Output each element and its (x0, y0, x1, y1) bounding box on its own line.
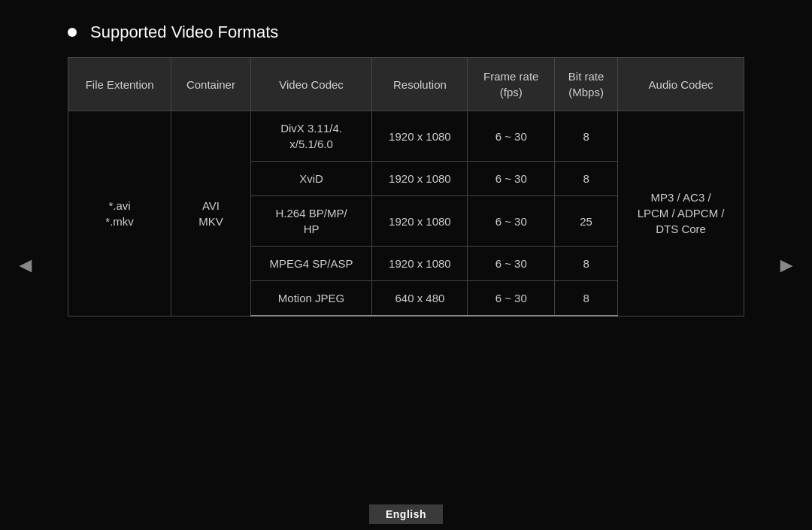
main-content: Supported Video Formats File Extention C… (0, 0, 812, 316)
cell-container: AVIMKV (171, 111, 251, 316)
col-header-resolution: Resolution (372, 58, 468, 111)
cell-resolution: 1920 x 1080 (372, 247, 468, 281)
section-title-text: Supported Video Formats (90, 23, 278, 42)
cell-video-codec: MPEG4 SP/ASP (250, 247, 372, 281)
cell-audio-codec: MP3 / AC3 /LPCM / ADPCM /DTS Core (618, 111, 744, 316)
cell-bit-rate: 8 (555, 162, 618, 196)
cell-bit-rate: 8 (555, 247, 618, 281)
cell-resolution: 1920 x 1080 (372, 196, 468, 247)
col-header-frame-rate: Frame rate(fps) (468, 58, 555, 111)
cell-resolution: 1920 x 1080 (372, 162, 468, 196)
video-formats-table: File Extention Container Video Codec Res… (68, 57, 744, 316)
cell-frame-rate: 6 ~ 30 (468, 111, 555, 162)
cell-bit-rate: 25 (555, 196, 618, 247)
cell-frame-rate: 6 ~ 30 (468, 247, 555, 281)
cell-file-ext: *.avi*.mkv (68, 111, 171, 316)
cell-video-codec: XviD (250, 162, 372, 196)
cell-frame-rate: 6 ~ 30 (468, 281, 555, 316)
col-header-bit-rate: Bit rate(Mbps) (555, 58, 618, 111)
col-header-container: Container (171, 58, 251, 111)
cell-frame-rate: 6 ~ 30 (468, 196, 555, 247)
cell-frame-rate: 6 ~ 30 (468, 162, 555, 196)
col-header-video-codec: Video Codec (250, 58, 372, 111)
table-header-row: File Extention Container Video Codec Res… (68, 58, 744, 111)
col-header-file-ext: File Extention (68, 58, 171, 111)
table-row: *.avi*.mkv AVIMKV DivX 3.11/4.x/5.1/6.0 … (68, 111, 744, 162)
section-title: Supported Video Formats (68, 23, 744, 42)
language-button[interactable]: English (369, 504, 443, 524)
cell-bit-rate: 8 (555, 281, 618, 316)
cell-resolution: 640 x 480 (372, 281, 468, 316)
language-bar: English (0, 504, 812, 530)
cell-video-codec: H.264 BP/MP/HP (250, 196, 372, 247)
cell-resolution: 1920 x 1080 (372, 111, 468, 162)
bullet-icon (68, 28, 77, 37)
cell-video-codec: Motion JPEG (250, 281, 372, 316)
cell-bit-rate: 8 (555, 111, 618, 162)
col-header-audio-codec: Audio Codec (618, 58, 744, 111)
cell-video-codec: DivX 3.11/4.x/5.1/6.0 (250, 111, 372, 162)
nav-arrow-left[interactable]: ◄ (15, 253, 36, 277)
nav-arrow-right[interactable]: ► (776, 253, 797, 277)
